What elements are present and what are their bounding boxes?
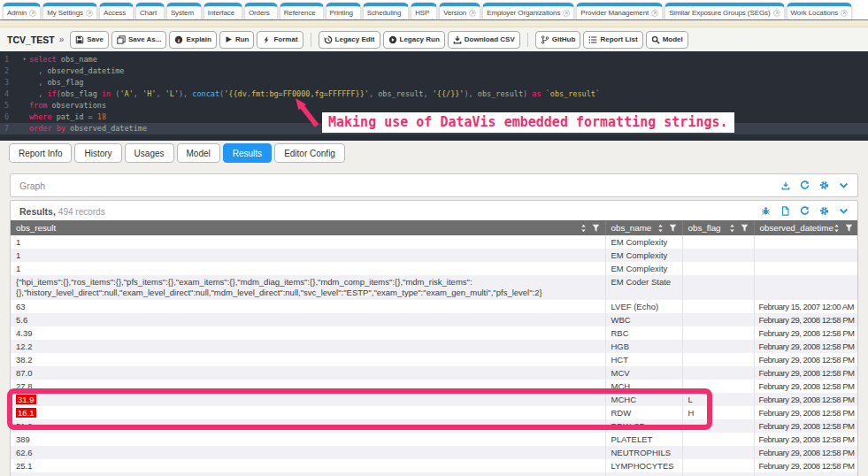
cell-obs-name: LYMPHOCYTES: [605, 459, 682, 472]
chevron-down-icon[interactable]: [839, 206, 849, 216]
nav-tab-access[interactable]: Access,: [99, 3, 134, 19]
nav-tab-scheduling[interactable]: Scheduling,: [363, 3, 409, 19]
cell-observed-datetime: [754, 262, 857, 275]
table-row[interactable]: 4.39RBCFebruary 29, 2008 12:58 PM: [11, 326, 857, 340]
sql-editor[interactable]: 1▾select obs_name2 , observed_datetime3 …: [0, 51, 868, 141]
bug-icon[interactable]: [761, 206, 771, 216]
run-button[interactable]: Run: [219, 31, 255, 49]
line-number: 5: [0, 100, 19, 111]
table-row[interactable]: 25.1LYMPHOCYTESFebruary 29, 2008 12:58 P…: [11, 459, 857, 472]
tab-history[interactable]: History: [74, 143, 121, 163]
code-text: , obs_flag: [29, 77, 83, 88]
report-name-expander[interactable]: »: [59, 35, 65, 44]
cell-obs-name: PLATELET: [605, 433, 682, 446]
model-button[interactable]: Model: [646, 31, 688, 49]
cell-observed-datetime: February 29, 2008 12:58 PM: [754, 326, 857, 340]
nav-tab-chart[interactable]: Chart,: [135, 3, 165, 19]
table-row[interactable]: {"hpi_items":{},"ros_items":{},"pfs_item…: [11, 275, 857, 300]
table-row[interactable]: 62.6NEUTROPHILSFebruary 29, 2008 12:58 P…: [11, 446, 857, 459]
file-icon[interactable]: [780, 206, 790, 216]
chevron-down-icon[interactable]: [839, 180, 849, 190]
sort-icon[interactable]: [580, 224, 587, 233]
tab-results[interactable]: Results: [223, 143, 272, 163]
table-row[interactable]: 1EM Complexity: [11, 262, 857, 275]
funnel-icon[interactable]: [669, 224, 677, 233]
gear-icon[interactable]: [819, 180, 829, 190]
funnel-icon[interactable]: [592, 224, 600, 233]
code-text: where pat_id = 18: [29, 111, 106, 123]
nav-tab-my-settings[interactable]: My Settings: [42, 3, 97, 19]
nav-tab-similar-exposure-groups-segs[interactable]: Similar Exposure Groups (SEGs): [664, 3, 784, 19]
refresh-icon[interactable]: [800, 180, 810, 190]
nav-tab-provider-management[interactable]: Provider Management: [576, 3, 663, 19]
sort-icon[interactable]: [729, 224, 735, 233]
column-header-obs-flag[interactable]: obs_flag: [682, 220, 754, 235]
report-list-button[interactable]: Report List: [583, 31, 642, 49]
table-row[interactable]: 5.6WBCFebruary 29, 2008 12:58 PM: [11, 313, 857, 326]
column-header-obs-name[interactable]: obs_name: [605, 220, 682, 235]
save-as-button[interactable]: Save As...: [111, 31, 167, 49]
nav-tab-work-locations[interactable]: Work Locations: [787, 3, 853, 19]
cell-obs-result: 62.6: [11, 446, 605, 459]
table-row[interactable]: 389PLATELETFebruary 29, 2008 12:58 PM: [11, 433, 857, 446]
legacy-edit-button[interactable]: Legacy Edit: [319, 31, 380, 49]
results-panel-title[interactable]: Results,: [19, 206, 56, 217]
funnel-icon[interactable]: [845, 224, 853, 233]
code-line-1: 1▾select obs_name: [0, 54, 868, 65]
funnel-icon[interactable]: [741, 224, 749, 233]
cell-obs-flag: [682, 235, 754, 249]
external-link-icon: [86, 10, 93, 17]
save-button[interactable]: Save: [70, 31, 109, 49]
nav-tab-label: System: [171, 9, 194, 17]
nav-tab-admin[interactable]: Admin: [3, 3, 41, 19]
nav-tab-version[interactable]: Version: [439, 3, 480, 19]
cell-obs-flag: [682, 446, 754, 459]
table-row[interactable]: 1EM Complexity: [11, 235, 857, 249]
tab-model[interactable]: Model: [177, 143, 220, 163]
button-label: Download CSV: [465, 35, 515, 43]
table-row[interactable]: 38.2HCTFebruary 29, 2008 12:58 PM: [11, 353, 857, 366]
code-line-5: 5 from observations: [0, 100, 868, 111]
refresh-icon[interactable]: [800, 206, 810, 216]
nav-tab-label: Interface: [208, 9, 234, 17]
nav-tab-printing[interactable]: Printing,: [326, 3, 361, 19]
gear-icon[interactable]: [819, 206, 829, 216]
nav-tab-label: Similar Exposure Groups (SEGs): [669, 9, 770, 17]
format-button[interactable]: Format: [257, 31, 303, 49]
button-label: GitHub: [552, 35, 576, 43]
code-text: select obs_name: [29, 54, 97, 65]
sort-icon[interactable]: [833, 224, 840, 233]
download-csv-button[interactable]: Download CSV: [448, 31, 520, 49]
legacy-run-button[interactable]: Legacy Run: [383, 31, 445, 49]
tab-editor-config[interactable]: Editor Config: [274, 143, 345, 163]
column-header-obs-result[interactable]: obs_result: [11, 220, 605, 235]
button-label: Run: [235, 35, 250, 43]
table-row[interactable]: [11, 472, 857, 476]
nav-tab-hsp[interactable]: HSP,: [411, 3, 437, 19]
nav-tab-interface[interactable]: Interface,: [204, 3, 242, 19]
table-row[interactable]: 12.2HGBFebruary 29, 2008 12:58 PM: [11, 340, 857, 353]
tab-usages[interactable]: Usages: [125, 143, 174, 163]
github-button[interactable]: GitHub: [535, 31, 581, 49]
explain-button[interactable]: iExplain: [169, 31, 216, 49]
download-icon[interactable]: [781, 181, 790, 190]
nav-tab-orders[interactable]: Orders,: [244, 3, 278, 19]
line-number: 1: [0, 54, 19, 65]
sort-icon[interactable]: [657, 224, 664, 233]
nav-tab-reference[interactable]: Reference,: [280, 3, 324, 19]
menu-indicator: ,: [196, 15, 197, 19]
fold-arrow-icon[interactable]: ▾: [19, 54, 29, 65]
column-header-observed-datetime[interactable]: observed_datetime: [754, 220, 857, 235]
button-label: Legacy Run: [400, 35, 440, 43]
nav-tab-label: Employer Organizations: [487, 9, 560, 17]
save-as-icon: [117, 35, 126, 44]
table-row[interactable]: 63LVEF (Echo)February 15, 2007 12:00 AM: [11, 300, 857, 313]
table-row[interactable]: 87.0MCVFebruary 29, 2008 12:58 PM: [11, 366, 857, 380]
nav-tab-system[interactable]: System,: [166, 3, 202, 19]
table-row[interactable]: 1EM Complexity: [11, 249, 857, 262]
cell-obs-name: HCT: [605, 353, 682, 366]
nav-tab-employer-organizations[interactable]: Employer Organizations: [482, 3, 574, 19]
graph-panel-title[interactable]: Graph: [19, 180, 45, 191]
tab-report-info[interactable]: Report Info: [9, 143, 72, 163]
cell-obs-name: LVEF (Echo): [605, 300, 682, 313]
